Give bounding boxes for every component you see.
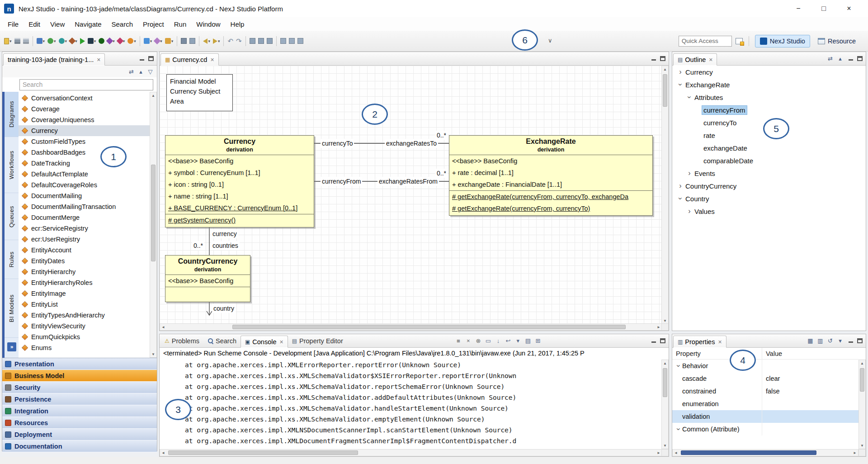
quick-access-input[interactable] <box>679 36 732 47</box>
scroll-down-icon[interactable]: ▼ <box>662 442 668 449</box>
chevron-icon[interactable]: › <box>675 362 683 369</box>
deploy-icon[interactable] <box>97 35 106 47</box>
category-integration[interactable]: Integration <box>2 405 157 417</box>
run-icon[interactable] <box>79 35 86 47</box>
outline-tab[interactable]: ▤ Outline × <box>673 53 717 66</box>
explorer-item-enumquickpicks[interactable]: EnumQuickpicks <box>19 331 150 342</box>
word-wrap-icon[interactable]: ↩ <box>504 336 512 346</box>
properties-tab[interactable]: ▥ Properties × <box>673 336 726 348</box>
editor-tab-currency-cd[interactable]: ▦ Currency.cd × <box>160 53 219 66</box>
chevron-icon[interactable]: › <box>676 195 684 202</box>
perspective-nexj-studio[interactable]: NexJ Studio <box>755 35 810 47</box>
close-icon[interactable]: × <box>718 338 722 346</box>
close-icon[interactable]: × <box>280 338 283 346</box>
uml-attribute[interactable]: + BASE_CURRENCY : CurrencyEnum [0..1] <box>165 202 314 214</box>
chevron-icon[interactable]: › <box>686 207 693 215</box>
console-output[interactable]: at org.apache.xerces.impl.XMLErrorReport… <box>160 360 661 449</box>
explorer-item-defaultacttemplate[interactable]: DefaultActTemplate <box>19 169 150 180</box>
explorer-item-documentmerge[interactable]: DocumentMerge <box>19 212 150 223</box>
uml-operation[interactable]: # getExchangeRate(currencyFrom, currency… <box>449 203 652 214</box>
open-console-icon[interactable]: ⊞ <box>533 336 542 346</box>
model-library-icon[interactable]: ▾ <box>35 35 47 47</box>
sync-grid-icon[interactable] <box>265 35 274 47</box>
model-publish-icon[interactable]: ▾ <box>106 35 116 47</box>
explorer-item-coverage[interactable]: Coverage <box>19 104 150 114</box>
annotate-icon[interactable]: ▾ <box>164 35 175 47</box>
view-menu-icon[interactable]: ▽ <box>146 67 155 76</box>
properties-horizontal-scrollbar[interactable]: ◄ ► <box>672 449 859 456</box>
outline-item-exchangedate[interactable]: exchangeDate <box>672 142 866 154</box>
console-vertical-scrollbar[interactable]: ▲ ▼ <box>661 360 669 449</box>
uml-attribute[interactable]: + symbol : CurrencyEnum [1..1] <box>165 167 314 179</box>
category-presentation[interactable]: Presentation <box>2 358 157 370</box>
remove-launch-icon[interactable]: × <box>464 336 472 346</box>
menu-navigate[interactable]: Navigate <box>70 20 106 28</box>
maximize-view-icon[interactable] <box>148 56 154 61</box>
explorer-item-defaultcoverageroles[interactable]: DefaultCoverageRoles <box>19 180 150 190</box>
restore-defaults-icon[interactable]: ↺ <box>826 336 835 346</box>
collapse-all-icon[interactable]: ▴ <box>836 54 844 63</box>
more-layers-button[interactable]: » <box>7 342 16 351</box>
clear-console-icon[interactable]: ▭ <box>484 336 492 346</box>
explorer-item-currency[interactable]: Currency <box>19 125 150 136</box>
show-advanced-icon[interactable]: ▥ <box>816 336 825 346</box>
menu-window[interactable]: Window <box>191 20 225 28</box>
outline-item-currencyfrom[interactable]: currencyFrom <box>672 104 866 116</box>
uml-attribute[interactable]: + name : string [1..1] <box>165 190 314 202</box>
edge-label-currency[interactable]: currency <box>211 229 238 238</box>
minimize-view-icon[interactable] <box>848 338 854 344</box>
explorer-item-entitylist[interactable]: EntityList <box>19 299 150 310</box>
scrollbar-thumb[interactable] <box>232 325 626 329</box>
edge-label-exchangeratesto[interactable]: exchangeRatesTo <box>385 139 438 148</box>
data-source-icon[interactable]: ▾ <box>57 35 69 47</box>
link-with-editor-icon[interactable]: ⇄ <box>127 67 136 76</box>
outline-item-attributes[interactable]: ›Attributes <box>672 91 866 104</box>
menu-help[interactable]: Help <box>226 20 250 28</box>
undo-icon[interactable]: ↶ <box>226 35 235 47</box>
edge-label-country[interactable]: country <box>212 304 236 313</box>
edge-label-currencyfrom[interactable]: currencyFrom <box>321 177 362 186</box>
uml-attribute[interactable]: <<base>> BaseConfig <box>165 275 250 287</box>
scroll-right-icon[interactable]: ► <box>656 450 662 456</box>
layer-tab-rules[interactable]: Rules <box>2 240 19 279</box>
new-wizard-icon[interactable]: ▾ <box>3 35 13 47</box>
layer-tab-diagrams[interactable]: Diagrams <box>2 92 19 137</box>
new-view-icon[interactable] <box>188 35 197 47</box>
menu-view[interactable]: View <box>45 20 70 28</box>
explorer-item-conversationcontext[interactable]: ConversationContext <box>19 93 150 104</box>
back-icon[interactable]: ▾ <box>202 35 212 47</box>
add-column-icon[interactable] <box>248 35 257 47</box>
maximize-button[interactable]: □ <box>811 0 836 17</box>
property-row-behavior[interactable]: ›Behavior <box>672 360 859 372</box>
layer-tab-bi-models[interactable]: BI Models <box>2 279 19 338</box>
properties-vertical-scrollbar[interactable]: ▲ ▼ <box>859 360 866 449</box>
menu-project[interactable]: Project <box>138 20 169 28</box>
uml-attribute[interactable]: <<base>> BaseConfig <box>449 155 652 167</box>
scroll-lock-icon[interactable]: ↓ <box>494 336 502 346</box>
explorer-search-input[interactable] <box>19 79 153 90</box>
outline-item-countrycurrency[interactable]: ›CountryCurrency <box>672 180 866 192</box>
scroll-left-icon[interactable]: ◄ <box>160 450 166 456</box>
editor-vertical-scrollbar[interactable]: ▲ ▼ <box>661 66 669 324</box>
add-row-icon[interactable] <box>257 35 265 47</box>
uml-attribute[interactable]: <<base>> BaseConfig <box>165 155 314 167</box>
menu-file[interactable]: File <box>3 20 24 28</box>
scrollbar-thumb[interactable] <box>681 450 816 455</box>
restore-layout-icon[interactable] <box>296 35 305 47</box>
split-vertical-icon[interactable] <box>288 35 296 47</box>
scrollbar-thumb[interactable] <box>663 74 667 107</box>
scroll-left-icon[interactable]: ◄ <box>160 324 166 330</box>
chevron-icon[interactable]: › <box>677 68 684 76</box>
save-icon[interactable] <box>13 35 22 47</box>
compare-icon[interactable]: ▾ <box>142 35 154 47</box>
explorer-item-ecr-serviceregistry[interactable]: ecr:ServiceRegistry <box>19 223 150 234</box>
minimize-button[interactable]: − <box>786 0 811 17</box>
scroll-down-icon[interactable]: ▼ <box>150 351 156 357</box>
explorer-item-coverageuniqueness[interactable]: CoverageUniqueness <box>19 114 150 125</box>
minimize-view-icon[interactable] <box>651 56 656 62</box>
security-tool-icon[interactable]: ▾ <box>68 35 79 47</box>
tab-problems[interactable]: ⚠Problems <box>160 334 203 347</box>
forward-icon[interactable]: ▾ <box>212 35 222 47</box>
explorer-item-entitydates[interactable]: EntityDates <box>19 256 150 266</box>
open-perspective-icon[interactable] <box>736 38 743 44</box>
